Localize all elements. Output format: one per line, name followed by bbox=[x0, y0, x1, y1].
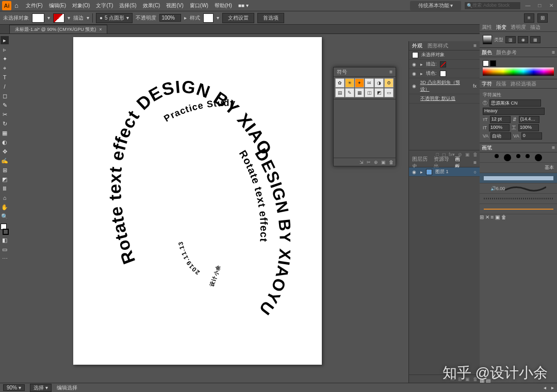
preferences-button[interactable]: 首选项 bbox=[257, 13, 284, 23]
symbol-item[interactable]: ✎ bbox=[345, 88, 354, 97]
tab-graphic-styles[interactable]: 图形样式 bbox=[428, 42, 448, 49]
new-brush-icon[interactable]: ▣ bbox=[495, 214, 500, 220]
artboard[interactable]: Rotate text effect DESIGN BY XIAO Practi… bbox=[73, 37, 322, 365]
symbol-item[interactable]: ☀ bbox=[345, 78, 354, 88]
menu-extra[interactable]: ■■ ▾ bbox=[235, 3, 252, 8]
tab-properties[interactable]: 属性 bbox=[482, 24, 492, 31]
menu-file[interactable]: 文件(F) bbox=[23, 2, 46, 9]
symbol-item[interactable]: ✦ bbox=[355, 78, 364, 88]
kerning-input[interactable]: 自动 bbox=[490, 132, 511, 140]
visibility-icon[interactable]: ◉ bbox=[412, 83, 417, 89]
align-icon[interactable]: ≡ bbox=[524, 13, 534, 23]
search-input[interactable]: 🔍 搜索 Adobe Stock bbox=[464, 2, 521, 10]
tab-brushes[interactable]: 画笔 bbox=[482, 144, 492, 151]
symbol-item[interactable]: ▭ bbox=[384, 88, 394, 97]
fill-swatch[interactable] bbox=[32, 13, 44, 23]
menu-help[interactable]: 帮助(H) bbox=[211, 2, 235, 9]
opacity-input[interactable]: 100% bbox=[159, 14, 181, 22]
color-mode-icon[interactable]: ◧ bbox=[1, 236, 9, 244]
free-transform-tool[interactable]: ✥ bbox=[1, 147, 9, 156]
vscale-input[interactable]: 100% bbox=[489, 124, 510, 131]
paintbrush-tool[interactable]: ✎ bbox=[1, 101, 9, 109]
hscale-input[interactable]: 100% bbox=[518, 124, 539, 131]
close-tab-icon[interactable]: × bbox=[99, 27, 102, 32]
edit-toolbar-icon[interactable]: ⋯ bbox=[1, 254, 9, 263]
symbol-item[interactable]: ✿ bbox=[335, 78, 345, 88]
window-maximize-icon[interactable]: □ bbox=[536, 3, 543, 8]
fill-menu-icon[interactable]: ▾ bbox=[47, 15, 50, 21]
symbol-item[interactable]: ✉ bbox=[365, 78, 374, 88]
artboard-tool[interactable]: ⌂ bbox=[1, 194, 9, 202]
touch-type-icon[interactable]: Ⓣ bbox=[483, 100, 487, 107]
zoom-select[interactable]: 90% ▾ bbox=[3, 384, 25, 391]
rotate-tool[interactable]: ↻ bbox=[1, 120, 9, 128]
symbols-panel[interactable]: 符号≡ ✿ ☀ ✦ ✉ ◑ ⚙ ▤ ✎ ▦ ◫ ◩ ▭ ⇲ ✂ ⊕ ▣ 🗑 bbox=[333, 67, 396, 166]
lasso-tool[interactable]: ⌖ bbox=[1, 64, 9, 72]
tool-status[interactable]: 选择 ▾ bbox=[30, 384, 52, 392]
fx-icon[interactable]: fx bbox=[473, 83, 477, 89]
stroke-menu-icon[interactable]: ▾ bbox=[68, 15, 70, 21]
menu-view[interactable]: 视图(V) bbox=[163, 2, 186, 9]
type-tool[interactable]: T bbox=[1, 73, 9, 81]
gradient-preview[interactable] bbox=[483, 35, 492, 44]
rectangle-tool[interactable]: ◻ bbox=[1, 92, 9, 100]
arrange-icon[interactable]: ⊞ bbox=[537, 13, 548, 23]
trash-icon[interactable]: 🗑 bbox=[501, 214, 506, 220]
width-tool[interactable]: ▦ bbox=[1, 129, 9, 137]
symbol-options-icon[interactable]: ⊕ bbox=[374, 160, 378, 165]
menu-type[interactable]: 文字(T) bbox=[93, 2, 116, 9]
leading-input[interactable]: (14.4… bbox=[519, 116, 539, 123]
remove-stroke-icon[interactable]: ✕ bbox=[485, 214, 489, 220]
dup-icon[interactable]: ▣ bbox=[465, 152, 470, 157]
visibility-icon[interactable]: ◉ bbox=[412, 169, 417, 175]
tab-transparency[interactable]: 透明度 bbox=[511, 24, 526, 31]
scissors-tool[interactable]: ✂ bbox=[1, 110, 9, 118]
tab-color[interactable]: 颜色 bbox=[482, 49, 492, 56]
gradient-radial-icon[interactable]: ◉ bbox=[518, 36, 528, 43]
tab-stroke[interactable]: 描边 bbox=[530, 24, 540, 31]
symbol-break-icon[interactable]: ✂ bbox=[367, 160, 371, 165]
symbol-item[interactable]: ◫ bbox=[365, 88, 374, 97]
layer-name[interactable]: 图层 1 bbox=[435, 168, 449, 175]
panel-menu-icon[interactable]: ≡ bbox=[473, 43, 477, 48]
layer-row[interactable]: ◉ ▸ 图层 1 ○ bbox=[409, 167, 480, 177]
brush-row[interactable] bbox=[480, 194, 557, 204]
brush-row[interactable]: 🔊 6.00 bbox=[480, 183, 557, 194]
color-fill-swatch[interactable] bbox=[483, 60, 489, 66]
scroll-right-icon[interactable]: ▸ bbox=[551, 385, 554, 390]
symbol-item[interactable]: ⚙ bbox=[384, 78, 394, 88]
menu-effect[interactable]: 效果(C) bbox=[140, 2, 163, 9]
tab-appearance[interactable]: 外观 bbox=[412, 42, 422, 49]
gradient-linear-icon[interactable]: ▥ bbox=[505, 36, 516, 43]
document-tab[interactable]: 未标题-1.ai* @ 90% (CMYK/GPU 预览) × bbox=[9, 25, 107, 33]
tab-character[interactable]: 字符 bbox=[482, 80, 492, 88]
options-icon[interactable]: ≡ bbox=[491, 214, 494, 220]
zoom-tool[interactable]: 🔍 bbox=[1, 212, 9, 220]
stroke-color-icon[interactable] bbox=[3, 229, 9, 235]
tab-gradient[interactable]: 渐变 bbox=[496, 24, 506, 31]
visibility-icon[interactable]: ◉ bbox=[412, 71, 417, 76]
selection-tool[interactable]: ▸ bbox=[1, 36, 9, 44]
brush-preset-select[interactable]: ● 5 点圆形 ▾ bbox=[96, 13, 133, 23]
gradient-tool[interactable]: ◩ bbox=[1, 175, 9, 183]
symbol-link-icon[interactable]: ⇲ bbox=[359, 160, 364, 165]
gradient-free-icon[interactable]: ▦ bbox=[530, 36, 540, 43]
doc-setup-button[interactable]: 文档设置 bbox=[222, 13, 254, 23]
color-spectrum[interactable] bbox=[483, 67, 554, 76]
lib-icon[interactable]: ⊞ bbox=[480, 214, 484, 220]
tab-opentype[interactable]: 路径选项器 bbox=[511, 80, 536, 88]
perspective-tool[interactable]: ⊞ bbox=[1, 166, 9, 174]
stroke-swatch[interactable] bbox=[53, 13, 64, 23]
stroke-none-swatch[interactable] bbox=[440, 61, 446, 67]
target-icon[interactable]: ○ bbox=[474, 169, 477, 175]
tracking-input[interactable]: 0 bbox=[521, 132, 542, 140]
workspace-switcher[interactable]: 传统基本功能 ▾ bbox=[410, 1, 462, 10]
symbol-item[interactable]: ▤ bbox=[335, 88, 345, 97]
style-swatch[interactable] bbox=[203, 13, 214, 23]
font-weight-input[interactable]: Heavy bbox=[483, 108, 545, 115]
fill-stroke-control[interactable] bbox=[1, 224, 9, 235]
brush-row[interactable] bbox=[480, 152, 557, 163]
menu-edit[interactable]: 编辑(E) bbox=[46, 2, 69, 9]
font-size-input[interactable]: 12 pt bbox=[490, 116, 511, 123]
hand-tool[interactable]: ✋ bbox=[1, 203, 9, 211]
